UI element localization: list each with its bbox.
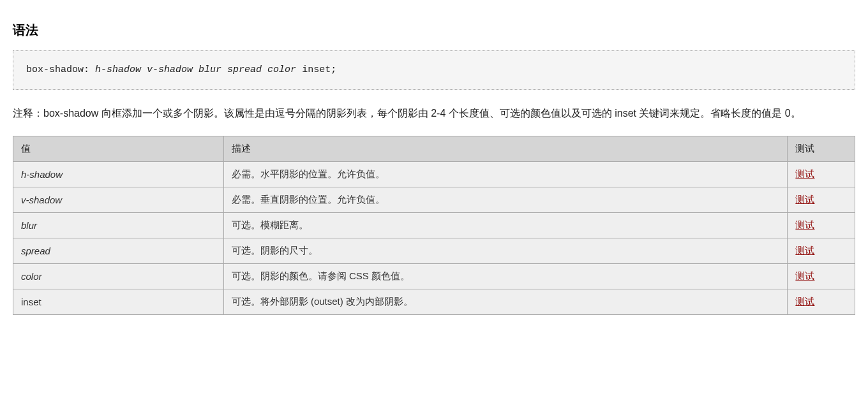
- desc-cell: 可选。模糊距离。: [223, 213, 788, 238]
- desc-cell: 必需。水平阴影的位置。允许负值。: [223, 162, 788, 187]
- test-link[interactable]: 测试: [795, 219, 814, 230]
- test-link[interactable]: 测试: [795, 168, 814, 179]
- test-cell: 测试: [788, 238, 855, 264]
- table-row: v-shadow必需。垂直阴影的位置。允许负值。测试: [13, 187, 855, 213]
- test-cell: 测试: [788, 264, 855, 289]
- syntax-suffix: inset;: [302, 64, 336, 75]
- test-cell: 测试: [788, 289, 855, 315]
- test-link[interactable]: 测试: [795, 194, 814, 205]
- test-link[interactable]: 测试: [795, 296, 814, 307]
- value-cell: v-shadow: [13, 187, 224, 213]
- header-value: 值: [13, 136, 224, 162]
- syntax-heading: 语法: [13, 22, 855, 39]
- table-row: blur可选。模糊距离。测试: [13, 213, 855, 238]
- syntax-property: box-shadow:: [26, 64, 89, 75]
- values-table: 值 描述 测试 h-shadow必需。水平阴影的位置。允许负值。测试v-shad…: [13, 136, 855, 315]
- test-cell: 测试: [788, 162, 855, 187]
- syntax-params: h-shadow v-shadow blur spread color: [95, 64, 296, 75]
- value-cell: h-shadow: [13, 162, 224, 187]
- test-link[interactable]: 测试: [795, 245, 814, 256]
- value-cell: blur: [13, 213, 224, 238]
- table-row: color可选。阴影的颜色。请参阅 CSS 颜色值。测试: [13, 264, 855, 289]
- value-cell: color: [13, 264, 224, 289]
- test-link[interactable]: 测试: [795, 270, 814, 281]
- table-row: h-shadow必需。水平阴影的位置。允许负值。测试: [13, 162, 855, 187]
- desc-cell: 必需。垂直阴影的位置。允许负值。: [223, 187, 788, 213]
- value-cell: spread: [13, 238, 224, 264]
- table-header-row: 值 描述 测试: [13, 136, 855, 162]
- syntax-code-block: box-shadow: h-shadow v-shadow blur sprea…: [13, 50, 855, 90]
- test-cell: 测试: [788, 187, 855, 213]
- table-row: inset可选。将外部阴影 (outset) 改为内部阴影。测试: [13, 289, 855, 315]
- desc-cell: 可选。阴影的尺寸。: [223, 238, 788, 264]
- desc-cell: 可选。阴影的颜色。请参阅 CSS 颜色值。: [223, 264, 788, 289]
- header-test: 测试: [788, 136, 855, 162]
- table-row: spread可选。阴影的尺寸。测试: [13, 238, 855, 264]
- note-text: 注释：box-shadow 向框添加一个或多个阴影。该属性是由逗号分隔的阴影列表…: [13, 104, 855, 123]
- header-desc: 描述: [223, 136, 788, 162]
- desc-cell: 可选。将外部阴影 (outset) 改为内部阴影。: [223, 289, 788, 315]
- value-cell: inset: [13, 289, 224, 315]
- test-cell: 测试: [788, 213, 855, 238]
